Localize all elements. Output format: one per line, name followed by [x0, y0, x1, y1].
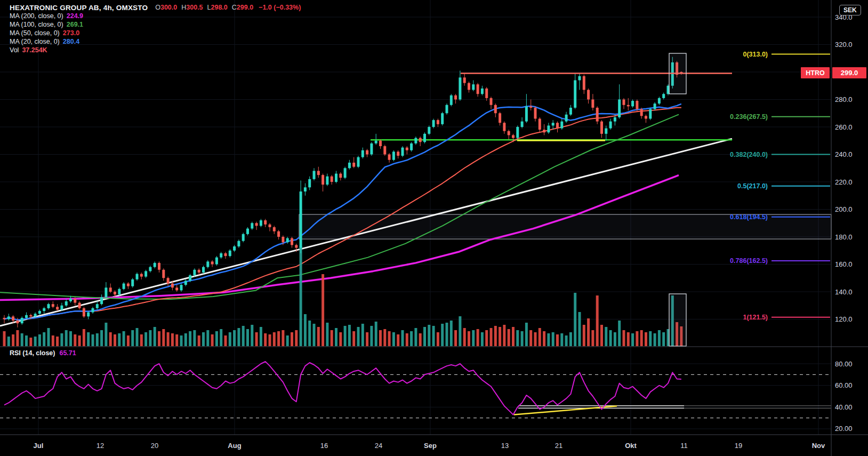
trading-chart-app: 0(313.0)0.236(267.5)0.382(240.0)0.5(217.… — [0, 0, 868, 456]
price-tick-label: 240.0 — [835, 150, 853, 158]
currency-badge[interactable]: SEK — [839, 5, 861, 15]
price-tick-label: 280.0 — [835, 95, 853, 103]
ticker-price-label: HTRO — [801, 67, 830, 78]
time-tick-label: 12 — [97, 442, 104, 450]
price-tick-label: 220.0 — [835, 178, 853, 186]
time-tick-label: 20 — [151, 442, 158, 450]
fib-label: 0.5(217.0) — [737, 182, 768, 190]
time-axis[interactable]: Jul1220Aug1624Sep1321Okt1119Nov — [34, 442, 825, 450]
fib-label: 0.618(194.5) — [730, 213, 768, 221]
fib-retracement[interactable]: 0(313.0)0.236(267.5)0.382(240.0)0.5(217.… — [730, 51, 830, 321]
time-tick-label: Aug — [228, 442, 241, 450]
fib-label: 0.236(267.5) — [730, 113, 768, 121]
fib-label: 1(121.5) — [743, 314, 768, 321]
volume-highlight-box[interactable] — [669, 294, 686, 346]
time-tick-label: Sep — [424, 442, 437, 450]
rsi-tick-label: 40.00 — [835, 403, 853, 411]
price-tick-label: 120.0 — [835, 315, 853, 323]
time-tick-label: Nov — [812, 442, 825, 450]
rsi-tick-label: 80.00 — [835, 360, 853, 368]
time-tick-label: 11 — [680, 442, 688, 450]
fib-label: 0(313.0) — [743, 51, 768, 58]
price-tick-label: 180.0 — [835, 233, 853, 241]
rsi-tick-label: 20.00 — [835, 425, 853, 433]
price-tick-label: 140.0 — [835, 288, 853, 296]
price-tick-label: 160.0 — [835, 260, 853, 268]
chart-canvas[interactable]: 0(313.0)0.236(267.5)0.382(240.0)0.5(217.… — [0, 0, 868, 456]
price-highlight-box[interactable] — [669, 53, 686, 94]
time-tick-label: 24 — [375, 442, 382, 450]
time-tick-label: Jul — [34, 442, 44, 450]
time-tick-label: 19 — [735, 442, 742, 450]
price-tick-label: 320.0 — [835, 41, 853, 49]
time-tick-label: 21 — [555, 442, 562, 450]
rsi-tick-label: 60.00 — [835, 381, 853, 389]
last-price-tag: 299.0 — [832, 67, 866, 78]
time-tick-label: 16 — [320, 442, 328, 450]
fib-label: 0.382(240.0) — [730, 151, 768, 158]
time-tick-label: Okt — [625, 442, 637, 450]
price-tick-label: 260.0 — [835, 123, 853, 131]
fib-label: 0.786(162.5) — [730, 257, 768, 265]
price-tick-label: 200.0 — [835, 205, 853, 213]
time-tick-label: 13 — [501, 442, 509, 450]
candles — [3, 57, 683, 327]
